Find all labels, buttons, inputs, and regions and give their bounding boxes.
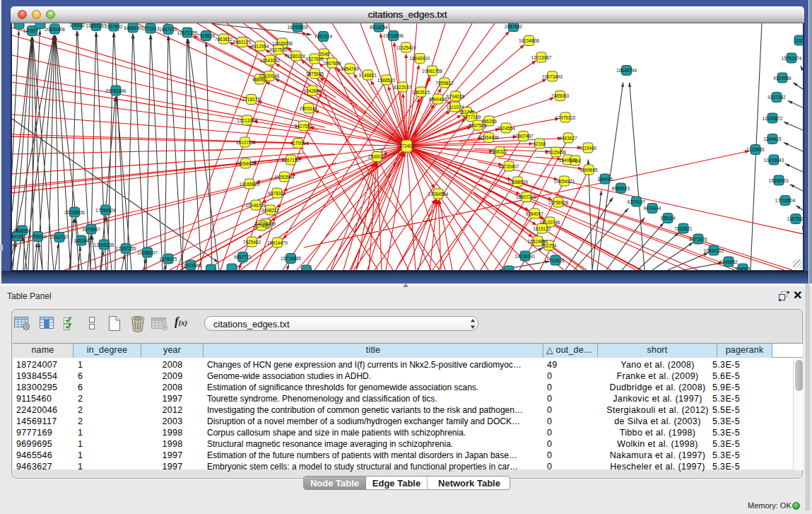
- svg-text:19384554: 19384554: [428, 192, 449, 197]
- svg-text:14136141: 14136141: [515, 254, 536, 259]
- svg-text:145194: 145194: [73, 238, 89, 243]
- svg-text:1588520: 1588520: [377, 78, 396, 83]
- svg-text:17957255: 17957255: [116, 246, 136, 251]
- svg-text:17016504: 17016504: [775, 198, 796, 203]
- svg-text:1527602: 1527602: [105, 24, 123, 29]
- svg-text:6379197: 6379197: [628, 199, 646, 204]
- svg-text:366322: 366322: [492, 149, 507, 154]
- svg-text:20691406: 20691406: [45, 27, 65, 32]
- svg-text:3498222: 3498222: [261, 208, 280, 213]
- svg-text:15716485: 15716485: [281, 256, 301, 261]
- svg-text:16543382: 16543382: [260, 58, 281, 63]
- svg-text:9329966: 9329966: [773, 76, 792, 81]
- svg-text:15720407: 15720407: [499, 164, 519, 169]
- svg-text:9464: 9464: [570, 158, 581, 163]
- svg-text:17359924: 17359924: [95, 208, 116, 213]
- svg-text:1151: 1151: [794, 38, 803, 43]
- svg-text:1615132: 1615132: [533, 226, 551, 231]
- svg-text:1167533: 1167533: [787, 216, 803, 221]
- svg-text:10654925: 10654925: [235, 161, 256, 166]
- svg-text:2930027: 2930027: [368, 154, 387, 159]
- svg-text:7515526: 7515526: [197, 33, 216, 38]
- svg-text:7663822: 7663822: [215, 37, 233, 42]
- svg-text:9699695: 9699695: [579, 168, 598, 173]
- svg-text:3875685: 3875685: [306, 71, 324, 76]
- svg-text:10973493: 10973493: [542, 74, 563, 79]
- svg-text:9245652: 9245652: [719, 259, 738, 264]
- svg-text:2942737: 2942737: [50, 235, 69, 240]
- svg-text:9975867: 9975867: [82, 227, 100, 232]
- svg-text:12905135: 12905135: [94, 243, 114, 247]
- svg-text:2867608: 2867608: [323, 61, 341, 66]
- svg-text:20364436: 20364436: [478, 135, 499, 140]
- svg-text:11353594: 11353594: [274, 175, 295, 180]
- svg-text:8960125: 8960125: [233, 40, 252, 45]
- svg-text:16053809: 16053809: [288, 25, 308, 30]
- svg-text:19166829: 19166829: [240, 182, 260, 187]
- svg-text:10046726: 10046726: [246, 203, 266, 208]
- svg-text:1010755: 1010755: [236, 140, 254, 145]
- svg-text:8454749: 8454749: [341, 66, 359, 71]
- svg-text:9474444: 9474444: [643, 206, 661, 211]
- svg-text:10671355: 10671355: [177, 30, 198, 35]
- svg-text:29053346: 29053346: [106, 88, 126, 93]
- svg-text:1678275: 1678275: [159, 257, 177, 262]
- svg-text:19654923: 19654923: [554, 179, 575, 184]
- svg-text:9777169: 9777169: [463, 115, 481, 119]
- svg-text:988961: 988961: [252, 77, 268, 82]
- svg-text:8471676: 8471676: [689, 237, 707, 242]
- svg-text:12213967: 12213967: [531, 55, 552, 60]
- svg-text:2087682: 2087682: [505, 24, 523, 29]
- svg-text:11325419: 11325419: [396, 45, 416, 50]
- svg-text:9463627: 9463627: [559, 136, 577, 141]
- svg-text:3624554: 3624554: [497, 126, 515, 131]
- svg-text:1611074: 1611074: [447, 105, 464, 110]
- svg-text:18640910: 18640910: [410, 56, 430, 61]
- svg-text:9115460: 9115460: [579, 146, 597, 151]
- svg-text:1156819: 1156819: [29, 234, 47, 239]
- svg-text:9657771: 9657771: [234, 255, 252, 259]
- svg-text:1667135: 1667135: [159, 27, 177, 32]
- svg-text:16154808: 16154808: [519, 38, 539, 43]
- svg-text:8990448: 8990448: [429, 97, 447, 102]
- svg-text:16120746: 16120746: [540, 220, 560, 225]
- svg-text:7955812: 7955812: [435, 81, 454, 86]
- svg-text:127409: 127409: [254, 223, 269, 228]
- svg-text:12923446: 12923446: [181, 263, 201, 268]
- svg-text:13226058: 13226058: [272, 41, 293, 46]
- svg-text:10807487: 10807487: [513, 134, 534, 139]
- svg-text:9146821: 9146821: [359, 73, 377, 78]
- svg-text:746266: 746266: [481, 119, 497, 124]
- svg-text:9084067: 9084067: [526, 211, 544, 216]
- svg-text:15751074: 15751074: [782, 56, 802, 61]
- svg-text:1071913: 1071913: [141, 26, 160, 31]
- svg-text:8958923: 8958923: [612, 186, 630, 191]
- svg-text:1405571: 1405571: [23, 28, 42, 33]
- svg-text:20206526: 20206526: [64, 210, 85, 215]
- svg-text:10654112: 10654112: [704, 248, 724, 253]
- svg-text:7485063: 7485063: [551, 93, 570, 98]
- svg-text:2626550: 2626550: [13, 228, 32, 233]
- svg-text:9242848: 9242848: [303, 88, 322, 93]
- svg-text:1733426: 1733426: [546, 258, 565, 263]
- svg-text:16914479: 16914479: [267, 240, 288, 245]
- svg-text:18807249: 18807249: [516, 194, 536, 199]
- svg-text:10210643: 10210643: [764, 158, 784, 163]
- svg-text:3546: 3546: [319, 52, 329, 57]
- svg-text:6794028: 6794028: [447, 94, 465, 99]
- svg-text:935114: 935114: [660, 216, 676, 221]
- svg-text:8267150: 8267150: [282, 158, 300, 163]
- svg-text:105532: 105532: [69, 23, 85, 28]
- svg-text:9227342: 9227342: [767, 95, 786, 100]
- svg-text:6466160: 6466160: [124, 25, 142, 30]
- svg-text:12093872: 12093872: [763, 116, 783, 121]
- svg-text:8322037: 8322037: [394, 85, 412, 90]
- svg-text:8912954: 8912954: [251, 44, 269, 49]
- svg-text:18724007: 18724007: [396, 144, 417, 148]
- svg-text:19756928: 19756928: [548, 200, 569, 205]
- svg-text:252254: 252254: [541, 243, 557, 248]
- svg-text:8878332: 8878332: [268, 191, 286, 196]
- svg-text:12213369: 12213369: [237, 118, 257, 123]
- svg-text:17975115: 17975115: [555, 115, 576, 120]
- svg-text:9327505: 9327505: [305, 57, 324, 62]
